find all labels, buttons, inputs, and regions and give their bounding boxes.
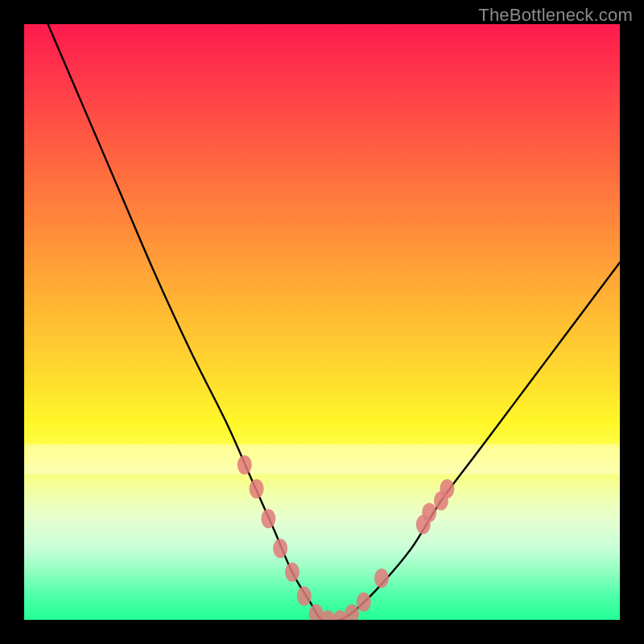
chart-frame: TheBottleneck.com: [0, 0, 644, 644]
highlight-dot: [440, 479, 454, 498]
curve-svg: [24, 24, 620, 620]
highlight-dot: [261, 509, 275, 528]
highlight-dot: [297, 586, 312, 605]
highlight-dot: [273, 539, 287, 558]
highlight-dot: [422, 503, 436, 522]
plot-area: [24, 24, 620, 620]
highlight-dot: [345, 605, 359, 620]
highlight-dot: [285, 563, 299, 582]
bottleneck-curve: [48, 24, 620, 620]
highlight-dots-group: [237, 456, 455, 620]
watermark-text: TheBottleneck.com: [478, 5, 633, 26]
highlight-dot: [374, 568, 389, 588]
highlight-dot: [357, 592, 371, 612]
highlight-dot: [237, 456, 252, 475]
highlight-dot: [250, 479, 264, 498]
